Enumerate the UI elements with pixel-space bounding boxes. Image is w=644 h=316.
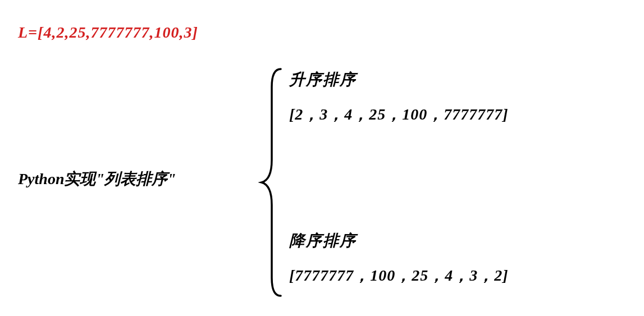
ascending-branch: 升序排序 [2，3，4，25，100，7777777] <box>289 69 509 125</box>
concept-label: Python实现"列表排序" <box>18 168 176 190</box>
curly-bracket-icon <box>258 65 286 300</box>
descending-title: 降序排序 <box>289 230 509 251</box>
descending-branch: 降序排序 [7777777，100，25，4，3，2] <box>289 230 509 286</box>
descending-values: [7777777，100，25，4，3，2] <box>289 265 509 286</box>
list-definition: L=[4,2,25,7777777,100,3] <box>18 24 198 42</box>
ascending-values: [2，3，4，25，100，7777777] <box>289 104 509 125</box>
ascending-title: 升序排序 <box>289 69 509 90</box>
